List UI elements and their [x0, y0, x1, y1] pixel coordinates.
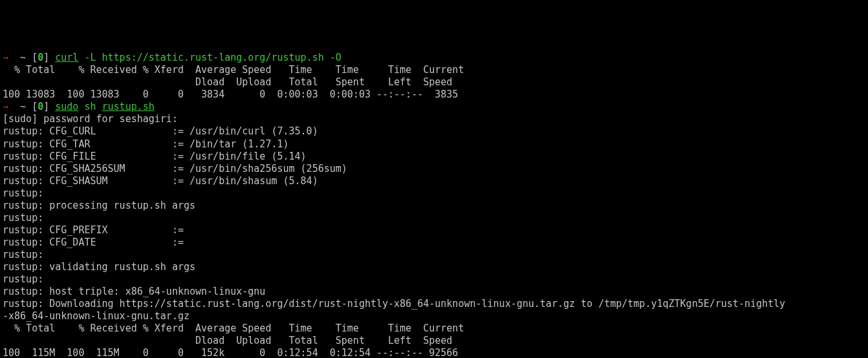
curl-progress-row: 100 115M 100 115M 0 0 152k 0 0:12:54 0:1… — [3, 347, 458, 358]
prompt-arrow-icon: → — [3, 52, 8, 63]
sudo-prompt: [sudo] password for seshagiri: — [3, 113, 178, 125]
prompt-line-2: → ~ [0] sudo sh rustup.sh — [3, 101, 155, 112]
command-file: rustup.sh — [102, 101, 155, 112]
curl-header-2: Dload Upload Total Spent Left Speed — [3, 335, 452, 346]
rustup-line: rustup: CFG_TAR := /bin/tar (1.27.1) — [3, 138, 289, 150]
curl-header-1: % Total % Received % Xferd Average Speed… — [3, 322, 464, 334]
rustup-download-line-cont: -x86_64-unknown-linux-gnu.tar.gz — [3, 310, 190, 322]
rustup-line: rustup: — [3, 187, 43, 199]
rustup-line: rustup: validating rustup.sh args — [3, 261, 195, 273]
prompt-cwd: ~ — [20, 101, 26, 112]
bracket-close: ] — [43, 52, 49, 63]
prompt-arrow-icon: → — [3, 101, 8, 112]
bracket-open: [ — [32, 101, 38, 112]
rustup-line: rustup: processing rustup.sh args — [3, 200, 195, 211]
command-sudo: sudo — [55, 101, 78, 112]
rustup-line: rustup: CFG_CURL := /usr/bin/curl (7.35.… — [3, 125, 318, 137]
prompt-cwd: ~ — [20, 52, 26, 63]
rustup-download-line: rustup: Downloading https://static.rust-… — [3, 298, 785, 310]
rustup-line: rustup: CFG_PREFIX := — [3, 224, 184, 236]
rustup-line: rustup: — [3, 249, 43, 260]
curl-progress-row: 100 13083 100 13083 0 0 3834 0 0:00:03 0… — [3, 89, 458, 100]
command-curl: curl — [55, 52, 78, 63]
command-sh: sh — [78, 101, 102, 112]
bracket-close: ] — [43, 101, 49, 112]
rustup-line: rustup: CFG_DATE := — [3, 237, 184, 248]
command-args: -L https://static.rust-lang.org/rustup.s… — [78, 52, 341, 63]
rustup-line: rustup: — [3, 212, 43, 224]
bracket-open: [ — [32, 52, 38, 63]
exit-code: 0 — [38, 101, 43, 112]
curl-header-2: Dload Upload Total Spent Left Speed — [3, 76, 452, 88]
rustup-line: rustup: — [3, 273, 43, 285]
exit-code: 0 — [38, 52, 43, 63]
rustup-line: rustup: host triple: x86_64-unknown-linu… — [3, 286, 265, 297]
prompt-line-1: → ~ [0] curl -L https://static.rust-lang… — [3, 52, 342, 63]
rustup-line: rustup: CFG_FILE := /usr/bin/file (5.14) — [3, 151, 307, 162]
rustup-line: rustup: CFG_SHA256SUM := /usr/bin/sha256… — [3, 163, 347, 174]
curl-header-1: % Total % Received % Xferd Average Speed… — [3, 64, 464, 76]
rustup-line: rustup: CFG_SHASUM := /usr/bin/shasum (5… — [3, 175, 318, 187]
terminal[interactable]: → ~ [0] curl -L https://static.rust-lang… — [3, 52, 865, 358]
